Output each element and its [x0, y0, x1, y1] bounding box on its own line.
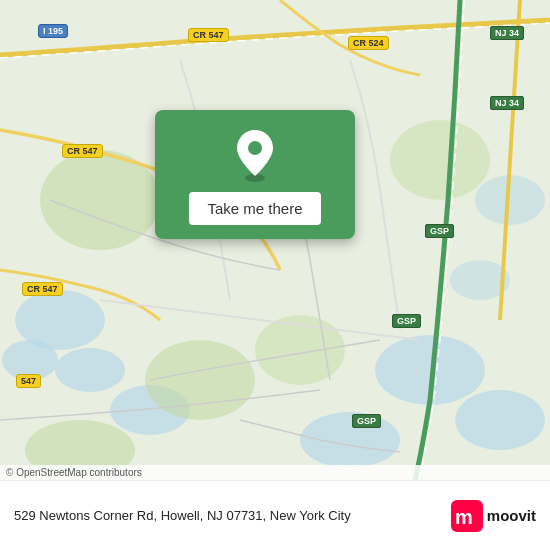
address-label: 529 Newtons Corner Rd, Howell, NJ 07731,…: [14, 508, 451, 523]
copyright-bar: © OpenStreetMap contributors: [0, 465, 550, 480]
road-badge-gsp-top: GSP: [425, 224, 454, 238]
location-pin-icon: [233, 128, 277, 182]
road-badge-547-left: 547: [16, 374, 41, 388]
road-badge-cr547-mid: CR 547: [62, 144, 103, 158]
svg-text:m: m: [455, 506, 473, 528]
svg-point-12: [390, 120, 490, 200]
moovit-logo-icon: m: [451, 500, 483, 532]
road-badge-nj34-mid: NJ 34: [490, 96, 524, 110]
map-roads-svg: [0, 0, 550, 480]
road-badge-gsp-mid: GSP: [392, 314, 421, 328]
svg-point-15: [248, 141, 262, 155]
moovit-brand-label: moovit: [487, 507, 536, 524]
location-card: Take me there: [155, 110, 355, 239]
road-badge-gsp-lower: GSP: [352, 414, 381, 428]
bottom-bar: 529 Newtons Corner Rd, Howell, NJ 07731,…: [0, 480, 550, 550]
road-badge-i195: I 195: [38, 24, 68, 38]
svg-point-5: [455, 390, 545, 450]
road-badge-cr524: CR 524: [348, 36, 389, 50]
road-badge-cr547-lower: CR 547: [22, 282, 63, 296]
moovit-logo: m moovit: [451, 500, 536, 532]
take-me-there-button[interactable]: Take me there: [189, 192, 320, 225]
svg-point-2: [55, 348, 125, 392]
svg-point-6: [300, 412, 400, 468]
road-badge-nj34-top: NJ 34: [490, 26, 524, 40]
copyright-text: © OpenStreetMap contributors: [6, 467, 142, 478]
map-view: I 195 CR 547 CR 524 NJ 34 NJ 34 CR 547 C…: [0, 0, 550, 480]
road-badge-cr547-top: CR 547: [188, 28, 229, 42]
